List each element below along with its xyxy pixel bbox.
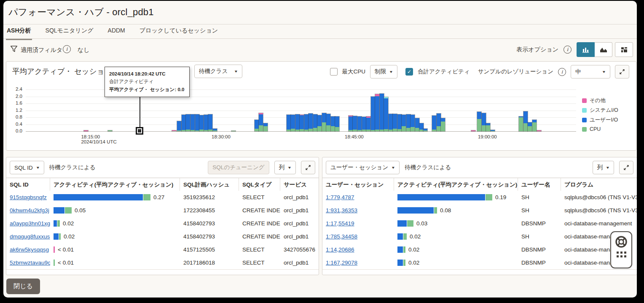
- sample-resolution-info-icon[interactable]: i: [558, 68, 566, 76]
- sql-id-link[interactable]: ak6rw5kysqqsg: [10, 246, 49, 253]
- chart-bar[interactable]: [411, 115, 415, 131]
- session-columns-button[interactable]: 列▼: [593, 161, 614, 174]
- cpu-segment: [177, 130, 181, 131]
- chart-bar[interactable]: [317, 115, 322, 131]
- cpu-segment: [423, 130, 427, 131]
- view-bar-chart-button[interactable]: [577, 42, 595, 57]
- chart-bar[interactable]: [357, 116, 362, 131]
- chart-bar[interactable]: [84, 130, 88, 131]
- tab-1[interactable]: SQLモニタリング: [45, 25, 94, 38]
- chart-bar[interactable]: [309, 114, 313, 131]
- chart-bar[interactable]: [208, 114, 212, 131]
- chart-bar[interactable]: [528, 122, 532, 131]
- chart-bar[interactable]: [304, 114, 309, 131]
- chart-bar[interactable]: [402, 115, 406, 131]
- chart-bar[interactable]: [519, 116, 523, 131]
- chart-bar[interactable]: [523, 111, 528, 131]
- chart-bar[interactable]: [384, 97, 388, 131]
- total-activity-checkbox[interactable]: ✓: [405, 68, 413, 76]
- chart-bar[interactable]: [191, 114, 195, 131]
- session-link[interactable]: 1:785,34458: [326, 233, 357, 240]
- view-area-chart-button[interactable]: [595, 42, 612, 57]
- chart-bar[interactable]: [406, 114, 411, 131]
- applied-filter-info-icon[interactable]: i: [63, 45, 71, 53]
- wait-class-dropdown[interactable]: 待機クラス▼: [194, 65, 242, 78]
- chart-bar[interactable]: [423, 129, 427, 131]
- chart-bar[interactable]: [177, 121, 181, 131]
- chart-bar[interactable]: [537, 130, 541, 131]
- chart-expand-button[interactable]: [615, 65, 629, 78]
- view-tile-button[interactable]: [615, 42, 633, 57]
- chart-bar[interactable]: [213, 129, 217, 131]
- chart-bar[interactable]: [366, 116, 370, 131]
- chart-bar[interactable]: [231, 131, 236, 131]
- chart-bar[interactable]: [259, 113, 263, 131]
- limit-dropdown[interactable]: 制限▼: [370, 65, 397, 78]
- chart-bar[interactable]: [437, 114, 441, 131]
- session-link[interactable]: 1:931,36353: [326, 207, 357, 214]
- chart-bar[interactable]: [322, 113, 326, 131]
- chart-bar[interactable]: [335, 116, 339, 131]
- resolution-dropdown[interactable]: 中▼: [571, 65, 610, 78]
- chart-bar[interactable]: [313, 114, 317, 131]
- session-dimension-dropdown[interactable]: ユーザー・セッション▼: [326, 161, 400, 174]
- display-options-info-icon[interactable]: i: [564, 46, 572, 54]
- chart-bar[interactable]: [532, 120, 537, 131]
- session-link[interactable]: 1:14,20686: [326, 246, 354, 253]
- max-cpu-checkbox[interactable]: [330, 68, 338, 76]
- session-link[interactable]: 1:17,55419: [326, 220, 354, 227]
- chart-bar[interactable]: [393, 114, 397, 131]
- close-button[interactable]: 閉じる: [6, 279, 40, 294]
- chart-bar[interactable]: [380, 94, 384, 131]
- chart-bar[interactable]: [415, 118, 419, 131]
- chart-bar[interactable]: [195, 114, 199, 131]
- chart-bar[interactable]: [441, 118, 445, 131]
- chart-bar[interactable]: [389, 114, 393, 131]
- sql-expand-button[interactable]: [301, 161, 315, 174]
- help-widget[interactable]: [610, 231, 632, 268]
- selected-point-marker[interactable]: [136, 127, 143, 135]
- chart-bar[interactable]: [491, 130, 495, 131]
- chart-bar[interactable]: [182, 115, 186, 131]
- chart-bar[interactable]: [295, 114, 300, 131]
- chart-bar[interactable]: [108, 130, 112, 131]
- tab-0[interactable]: ASH分析: [6, 25, 32, 40]
- sql-dimension-dropdown[interactable]: SQL ID▼: [10, 161, 44, 174]
- expand-icon: [623, 165, 629, 170]
- chart-bar[interactable]: [204, 115, 208, 131]
- chart-bar[interactable]: [486, 123, 490, 131]
- chart-bar[interactable]: [186, 114, 190, 131]
- chart-bar[interactable]: [477, 112, 481, 131]
- chart-bar[interactable]: [199, 115, 204, 131]
- sql-id-link[interactable]: 0khwm4u2kfg3j: [10, 207, 49, 214]
- session-expand-button[interactable]: [619, 161, 633, 174]
- chart-bar[interactable]: [172, 130, 176, 131]
- chart-bar[interactable]: [362, 117, 366, 131]
- sql-id-link[interactable]: 5zbmwztavau9c: [10, 260, 50, 266]
- sql-id-link[interactable]: a0aypp3hn01xg: [10, 220, 50, 227]
- session-link[interactable]: 1:779,4787: [326, 194, 354, 200]
- chart-bar[interactable]: [397, 114, 402, 131]
- drag-handle-dots[interactable]: [617, 252, 626, 257]
- chart-bar[interactable]: [263, 123, 268, 131]
- chart-bar[interactable]: [471, 130, 475, 131]
- chart-bar[interactable]: [353, 116, 357, 131]
- sql-id-link[interactable]: dmqgug8fuxxus: [10, 233, 50, 240]
- sql-columns-button[interactable]: 列▼: [274, 161, 296, 174]
- chart-bar[interactable]: [331, 116, 335, 131]
- chart-bar[interactable]: [371, 97, 375, 132]
- chart-bar[interactable]: [291, 115, 295, 131]
- session-link[interactable]: 1:167,29078: [326, 260, 357, 266]
- chart-bar[interactable]: [482, 113, 486, 131]
- tab-2[interactable]: ADDM: [107, 25, 126, 38]
- chart-bar[interactable]: [326, 114, 330, 131]
- chart-bar[interactable]: [255, 120, 259, 131]
- chart-bar[interactable]: [375, 94, 379, 131]
- chart-bar[interactable]: [349, 116, 353, 131]
- chart-bar[interactable]: [287, 115, 291, 131]
- sql-id-link[interactable]: 915stqgbsnqfz: [10, 194, 47, 200]
- chart-bar[interactable]: [432, 116, 436, 131]
- total-activity-label: 合計アクティビティ: [418, 68, 470, 76]
- tab-3[interactable]: ブロックしているセッション: [139, 25, 219, 38]
- chart-bar[interactable]: [300, 115, 304, 131]
